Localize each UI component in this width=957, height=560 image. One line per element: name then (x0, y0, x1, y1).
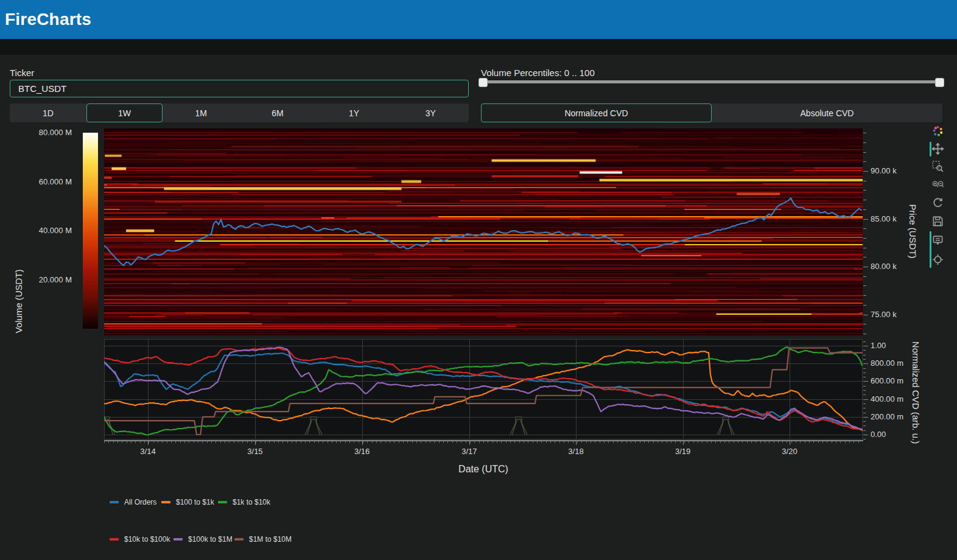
date-minor-tick (720, 441, 721, 443)
price-tick-label: 85.00 k (871, 214, 897, 223)
cvd-tick-mark (863, 390, 866, 391)
timeframe-button-1y[interactable]: 1Y (316, 103, 393, 122)
cvd-tick-label: 600.00 m (871, 376, 903, 385)
date-minor-tick (336, 441, 337, 443)
date-minor-tick (765, 441, 765, 443)
cvd-tick-mark (863, 421, 866, 422)
date-minor-tick (680, 441, 681, 443)
timeframe-button-6m[interactable]: 6M (239, 103, 316, 122)
date-minor-tick (600, 441, 600, 443)
legend-item--10k-to-100k[interactable]: $10k to $100k (110, 535, 170, 543)
date-minor-tick (581, 441, 582, 443)
date-minor-tick (443, 441, 444, 443)
date-tick-label: 3/20 (771, 447, 808, 456)
percentile-slider-track[interactable] (481, 80, 942, 83)
date-minor-tick (380, 441, 381, 443)
date-minor-tick (412, 441, 413, 443)
timeframe-button-group: 1D1W1M6M1Y3Y (10, 103, 469, 122)
date-minor-tick (626, 441, 627, 443)
timeframe-button-1w[interactable]: 1W (86, 103, 163, 122)
date-minor-tick (363, 441, 363, 443)
date-minor-tick (430, 441, 430, 443)
legend-swatch (234, 538, 244, 541)
cvd-tick-mark (863, 368, 866, 369)
cvd-tick-mark (863, 373, 866, 373)
date-minor-tick (608, 441, 609, 443)
date-minor-tick (140, 441, 141, 443)
percentile-slider-handle-high[interactable] (935, 78, 944, 87)
price-tick-mark (863, 334, 866, 334)
date-minor-tick (707, 441, 707, 443)
cvd-tick-mark (863, 386, 866, 387)
date-minor-tick (555, 441, 555, 443)
date-minor-tick (426, 441, 426, 443)
date-minor-tick (332, 441, 332, 443)
legend-item-all-orders[interactable]: All Orders (110, 498, 156, 506)
date-minor-tick (261, 441, 261, 443)
zoom-in-out-button-icon[interactable] (932, 179, 944, 191)
cvd-mode-button-absolute-cvd[interactable]: Absolute CVD (712, 103, 942, 122)
date-minor-tick (796, 441, 796, 443)
date-minor-tick (537, 441, 538, 443)
cvd-mode-button-normalized-cvd[interactable]: Normalized CVD (481, 103, 712, 122)
cvd-tick-mark (863, 363, 868, 364)
date-minor-tick (827, 441, 827, 443)
legend-item--100k-to-1m[interactable]: $100k to $1M (174, 535, 233, 543)
cvd-tick-mark (863, 341, 866, 342)
date-minor-tick (506, 441, 507, 443)
date-minor-tick (194, 441, 194, 443)
date-minor-tick (278, 441, 279, 443)
date-minor-tick (238, 441, 239, 443)
legend-item--1k-to-10k[interactable]: $1k to $10k (218, 498, 270, 506)
legend-swatch (218, 501, 227, 503)
date-minor-tick (104, 441, 105, 443)
timeframe-button-1d[interactable]: 1D (10, 103, 86, 122)
date-minor-tick (832, 441, 832, 443)
toggle-spikelines-button-icon[interactable] (932, 254, 944, 265)
box-zoom-button-icon[interactable] (932, 161, 944, 172)
date-minor-tick (845, 441, 846, 443)
date-minor-tick (457, 441, 457, 443)
price-tick-mark (863, 209, 866, 210)
legend-swatch (110, 501, 119, 503)
date-minor-tick (497, 441, 497, 443)
date-minor-tick (301, 441, 301, 443)
legend-item--100-to-1k[interactable]: $100 to $1k (161, 498, 214, 506)
date-minor-tick (323, 441, 323, 443)
price-tick-mark (863, 276, 866, 277)
price-tick-label: 90.00 k (871, 166, 897, 175)
date-minor-tick (184, 441, 185, 443)
app-root: FireCharts Ticker Volume Percentiles: 0 … (0, 0, 957, 560)
toggle-hover-button-icon[interactable] (932, 234, 944, 246)
plotly-logo-icon[interactable] (932, 125, 944, 137)
cvd-tick-mark (863, 404, 866, 404)
timeframe-button-3y[interactable]: 3Y (392, 103, 469, 122)
price-tick-mark (863, 267, 868, 267)
cvd-tick-mark (863, 425, 866, 426)
percentile-slider-handle-low[interactable] (479, 78, 488, 87)
price-tick-mark (863, 238, 866, 239)
legend-label: $1k to $10k (233, 498, 270, 506)
legend-item--1m-to-10m[interactable]: $1M to $10M (234, 535, 292, 543)
ticker-label: Ticker (10, 68, 34, 78)
date-minor-tick (684, 441, 685, 443)
date-minor-tick (345, 441, 346, 443)
volume-heatmap-canvas[interactable] (104, 128, 863, 335)
date-minor-tick (180, 441, 181, 443)
date-minor-tick (595, 441, 595, 443)
ticker-input[interactable] (10, 80, 469, 97)
legend-swatch (174, 538, 183, 541)
date-minor-tick (421, 441, 421, 443)
date-minor-tick (510, 441, 511, 443)
date-minor-tick (769, 441, 769, 443)
date-minor-tick (309, 441, 310, 443)
date-minor-tick (318, 441, 319, 443)
date-minor-tick (702, 441, 703, 443)
timeframe-button-1m[interactable]: 1M (163, 103, 239, 122)
legend-label: $10k to $100k (124, 535, 170, 544)
autoscale-button-icon[interactable] (932, 197, 944, 209)
date-minor-tick (524, 441, 524, 443)
pan-button-icon[interactable] (932, 143, 944, 155)
cvd-chart-canvas[interactable] (104, 339, 863, 439)
save-button-icon[interactable] (932, 215, 944, 227)
